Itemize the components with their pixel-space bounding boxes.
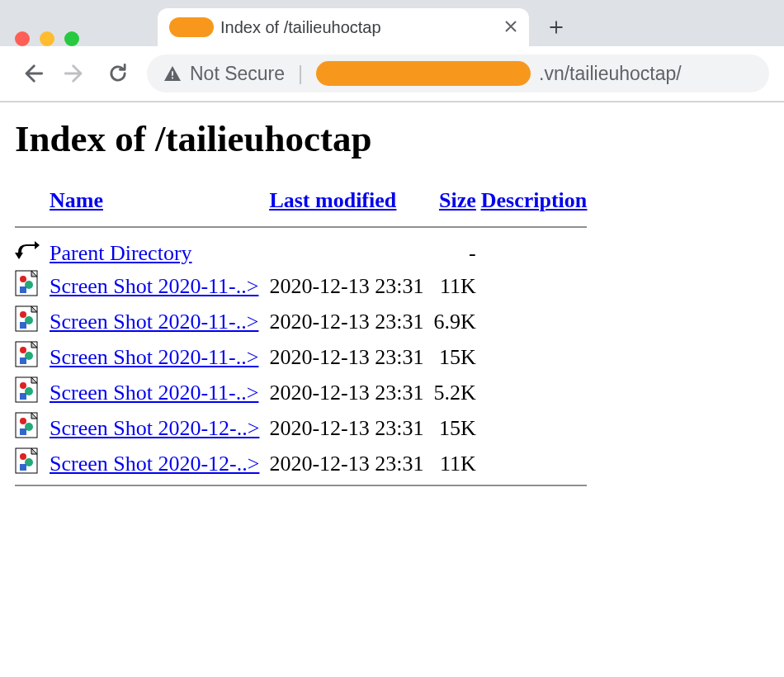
header-last-modified: Last modified <box>269 185 433 223</box>
address-bar[interactable]: Not Secure | .vn/tailieuhoctap/ <box>147 54 769 92</box>
file-size: 11K <box>433 446 480 481</box>
svg-point-19 <box>20 382 26 389</box>
browser-toolbar: Not Secure | .vn/tailieuhoctap/ <box>0 46 784 102</box>
file-description <box>481 410 597 446</box>
security-label: Not Secure <box>190 63 285 85</box>
file-link[interactable]: Screen Shot 2020-11-..> <box>50 345 258 369</box>
file-size: 15K <box>433 410 480 446</box>
svg-rect-16 <box>20 357 26 364</box>
url-path: .vn/tailieuhoctap/ <box>539 63 682 85</box>
redacted-host <box>316 61 531 86</box>
maximize-window-button[interactable] <box>64 31 79 46</box>
header-icon-col <box>15 185 50 223</box>
reload-button[interactable] <box>104 59 132 88</box>
header-name: Name <box>50 185 269 223</box>
svg-rect-21 <box>20 393 26 400</box>
file-link[interactable]: Screen Shot 2020-11-..> <box>50 274 258 298</box>
file-size: 11K <box>433 268 480 304</box>
svg-point-24 <box>20 418 26 424</box>
minimize-window-button[interactable] <box>40 31 54 46</box>
file-modified: 2020-12-13 23:31 <box>269 446 433 481</box>
image-file-icon <box>15 304 50 339</box>
file-size: 6.9K <box>433 304 480 339</box>
file-modified: 2020-12-13 23:31 <box>269 410 433 446</box>
file-modified: 2020-12-13 23:31 <box>269 268 433 304</box>
svg-point-4 <box>20 276 26 282</box>
file-modified: 2020-12-13 23:31 <box>269 304 433 339</box>
new-tab-button[interactable] <box>545 17 567 38</box>
svg-point-14 <box>20 347 26 353</box>
close-window-button[interactable] <box>15 31 30 46</box>
header-size: Size <box>433 185 480 223</box>
omnibox-separator: | <box>298 63 303 85</box>
file-size: 15K <box>433 339 480 375</box>
file-description <box>481 339 597 375</box>
back-icon <box>15 238 50 268</box>
svg-point-29 <box>20 453 26 460</box>
file-size: 5.2K <box>433 375 480 410</box>
svg-rect-26 <box>20 428 26 435</box>
sort-modified-link[interactable]: Last modified <box>269 188 396 212</box>
svg-rect-31 <box>20 464 26 471</box>
file-link[interactable]: Screen Shot 2020-11-..> <box>50 310 258 334</box>
sort-name-link[interactable]: Name <box>50 188 103 212</box>
image-file-icon <box>15 446 50 481</box>
table-row: Screen Shot 2020-11-..> 2020-12-13 23:31… <box>15 268 597 304</box>
image-file-icon <box>15 375 50 410</box>
directory-listing: Name Last modified Size Description Pare… <box>15 185 597 496</box>
divider <box>15 226 587 228</box>
image-file-icon <box>15 410 50 446</box>
file-link[interactable]: Screen Shot 2020-12-..> <box>50 452 259 476</box>
file-modified: 2020-12-13 23:31 <box>269 375 433 410</box>
image-file-icon <box>15 339 50 375</box>
page-title: Index of /tailieuhoctap <box>15 117 769 160</box>
back-button[interactable] <box>18 59 46 88</box>
window-controls <box>15 31 79 46</box>
parent-description <box>481 238 597 268</box>
table-row: Screen Shot 2020-12-..> 2020-12-13 23:31… <box>15 446 597 481</box>
file-link[interactable]: Screen Shot 2020-11-..> <box>50 381 258 405</box>
forward-button[interactable] <box>61 59 89 88</box>
parent-modified <box>269 238 433 268</box>
table-row: Screen Shot 2020-11-..> 2020-12-13 23:31… <box>15 375 597 410</box>
file-link[interactable]: Screen Shot 2020-12-..> <box>50 416 259 440</box>
file-description <box>481 446 597 481</box>
not-secure-icon <box>163 65 182 82</box>
parent-directory-link[interactable]: Parent Directory <box>50 241 192 265</box>
svg-rect-0 <box>172 71 173 75</box>
image-file-icon <box>15 268 50 304</box>
parent-directory-row: Parent Directory - <box>15 238 597 268</box>
svg-point-9 <box>20 311 26 318</box>
table-row: Screen Shot 2020-11-..> 2020-12-13 23:31… <box>15 304 597 339</box>
parent-size: - <box>433 238 480 268</box>
table-row: Screen Shot 2020-11-..> 2020-12-13 23:31… <box>15 339 597 375</box>
svg-rect-6 <box>20 286 26 293</box>
file-description <box>481 268 597 304</box>
divider <box>15 485 587 486</box>
file-description <box>481 304 597 339</box>
tab-title: Index of /tailieuhoctap <box>220 18 381 37</box>
browser-chrome: Index of /tailieuhoctap Not Secure | .vn… <box>0 0 784 102</box>
svg-rect-1 <box>172 78 173 79</box>
tab-strip: Index of /tailieuhoctap <box>0 0 784 46</box>
sort-size-link[interactable]: Size <box>439 188 476 212</box>
header-description: Description <box>481 185 597 223</box>
svg-rect-11 <box>20 322 26 329</box>
tab-favicon <box>169 17 214 37</box>
file-modified: 2020-12-13 23:31 <box>269 339 433 375</box>
page-content: Index of /tailieuhoctap Name Last modifi… <box>0 102 784 511</box>
close-tab-button[interactable] <box>504 19 517 36</box>
browser-tab[interactable]: Index of /tailieuhoctap <box>158 8 529 46</box>
sort-description-link[interactable]: Description <box>481 188 588 212</box>
table-row: Screen Shot 2020-12-..> 2020-12-13 23:31… <box>15 410 597 446</box>
file-description <box>481 375 597 410</box>
